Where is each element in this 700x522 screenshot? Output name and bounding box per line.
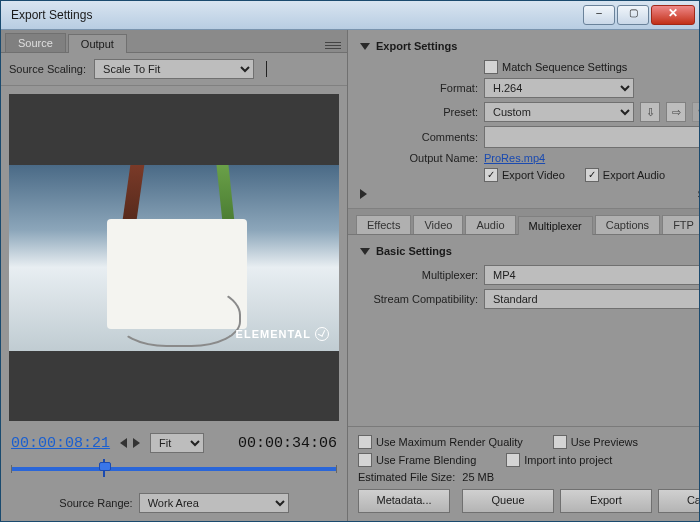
export-settings-section: Export Settings Match Sequence Settings …: [348, 30, 699, 209]
text-cursor: [266, 61, 267, 77]
delete-preset-icon: 🗑: [692, 102, 699, 122]
timeline-track: [11, 467, 337, 471]
multiplexer-panel: Basic Settings Multiplexer: MP4 Stream C…: [348, 235, 699, 426]
checkbox-label: Import into project: [524, 454, 612, 466]
zoom-fit-select[interactable]: Fit: [150, 433, 204, 453]
timeline-tick: [11, 465, 12, 473]
checkbox-label: Export Video: [502, 169, 565, 181]
format-label: Format:: [360, 82, 478, 94]
maximize-button[interactable]: ▢: [617, 5, 649, 25]
export-video-checkbox[interactable]: ✓Export Video: [484, 168, 565, 182]
queue-button[interactable]: Queue: [462, 489, 554, 513]
export-audio-checkbox[interactable]: ✓Export Audio: [585, 168, 665, 182]
footer: Use Maximum Render Quality Use Previews …: [348, 426, 699, 521]
stream-compat-select[interactable]: Standard: [484, 289, 699, 309]
preset-select[interactable]: Custom: [484, 102, 634, 122]
multiplexer-select[interactable]: MP4: [484, 265, 699, 285]
max-render-quality-checkbox[interactable]: Use Maximum Render Quality: [358, 435, 523, 449]
source-scaling-label: Source Scaling:: [9, 63, 86, 75]
frame-blending-checkbox[interactable]: Use Frame Blending: [358, 453, 476, 467]
source-scaling-row: Source Scaling: Scale To Fit: [1, 53, 347, 86]
basic-settings-header[interactable]: Basic Settings: [360, 245, 699, 257]
panel-menu-icon[interactable]: [325, 38, 341, 52]
multiplexer-label: Multiplexer:: [360, 269, 478, 281]
step-back-icon[interactable]: [120, 438, 127, 448]
comments-label: Comments:: [360, 131, 478, 143]
section-title: Summary: [698, 188, 699, 200]
step-forward-icon[interactable]: [133, 438, 140, 448]
source-range-row: Source Range: Work Area: [1, 489, 347, 521]
preview-frame: ELEMENTAL: [9, 165, 339, 351]
checkbox-label: Export Audio: [603, 169, 665, 181]
stream-compat-label: Stream Compatibility:: [360, 293, 478, 305]
preview-tabs: Source Output: [1, 30, 347, 53]
estimated-size-label: Estimated File Size:: [358, 471, 455, 483]
metadata-button[interactable]: Metadata...: [358, 489, 450, 513]
source-range-label: Source Range:: [59, 497, 132, 509]
comments-input[interactable]: [484, 126, 699, 148]
playhead[interactable]: [99, 459, 109, 477]
titlebar[interactable]: Export Settings – ▢ ✕: [1, 1, 699, 30]
watermark-text: ELEMENTAL: [236, 328, 311, 340]
source-scaling-select[interactable]: Scale To Fit: [94, 59, 254, 79]
disclosure-icon[interactable]: [360, 43, 370, 50]
import-into-project-checkbox[interactable]: Import into project: [506, 453, 612, 467]
output-name-label: Output Name:: [360, 152, 478, 164]
tab-source[interactable]: Source: [5, 33, 66, 52]
summary-header[interactable]: Summary: [360, 188, 699, 200]
disclosure-icon[interactable]: [360, 248, 370, 255]
source-range-select[interactable]: Work Area: [139, 493, 289, 513]
output-name-link[interactable]: ProRes.mp4: [484, 152, 545, 164]
subtab-ftp[interactable]: FTP: [662, 215, 699, 234]
export-settings-window: Export Settings – ▢ ✕ Source Output Sour…: [0, 0, 700, 522]
preview-pane: Source Output Source Scaling: Scale To F…: [1, 30, 348, 521]
subtab-audio[interactable]: Audio: [465, 215, 515, 234]
use-previews-checkbox[interactable]: Use Previews: [553, 435, 638, 449]
checkbox-label: Use Frame Blending: [376, 454, 476, 466]
estimated-size-value: 25 MB: [462, 471, 494, 483]
save-preset-icon[interactable]: ⇩: [640, 102, 660, 122]
watermark-icon: [315, 327, 329, 341]
in-timecode[interactable]: 00:00:08:21: [11, 435, 110, 452]
section-title: Basic Settings: [376, 245, 452, 257]
out-timecode: 00:00:34:06: [238, 435, 337, 452]
window-title: Export Settings: [5, 8, 583, 22]
close-button[interactable]: ✕: [651, 5, 695, 25]
preview-area[interactable]: ELEMENTAL: [9, 94, 339, 421]
time-bar: 00:00:08:21 Fit 00:00:34:06: [1, 429, 347, 455]
export-settings-header[interactable]: Export Settings: [360, 40, 699, 52]
timeline-tick: [336, 465, 337, 473]
cancel-button[interactable]: Cancel: [658, 489, 699, 513]
checkbox-label: Use Maximum Render Quality: [376, 436, 523, 448]
subtab-captions[interactable]: Captions: [595, 215, 660, 234]
subtab-effects[interactable]: Effects: [356, 215, 411, 234]
preview-graphic: [117, 283, 241, 347]
watermark: ELEMENTAL: [236, 327, 329, 341]
checkbox-label: Match Sequence Settings: [502, 61, 627, 73]
export-button[interactable]: Export: [560, 489, 652, 513]
timeline[interactable]: [11, 459, 337, 479]
subtab-video[interactable]: Video: [413, 215, 463, 234]
import-preset-icon[interactable]: ⇨: [666, 102, 686, 122]
subtab-multiplexer[interactable]: Multiplexer: [518, 216, 593, 235]
match-sequence-checkbox[interactable]: Match Sequence Settings: [484, 60, 627, 74]
disclosure-icon[interactable]: [360, 189, 692, 199]
section-title: Export Settings: [376, 40, 457, 52]
checkbox-label: Use Previews: [571, 436, 638, 448]
format-select[interactable]: H.264: [484, 78, 634, 98]
minimize-button[interactable]: –: [583, 5, 615, 25]
settings-pane: Export Settings Match Sequence Settings …: [348, 30, 699, 521]
settings-subtabs: Effects Video Audio Multiplexer Captions…: [348, 209, 699, 235]
preset-label: Preset:: [360, 106, 478, 118]
tab-output[interactable]: Output: [68, 34, 127, 53]
